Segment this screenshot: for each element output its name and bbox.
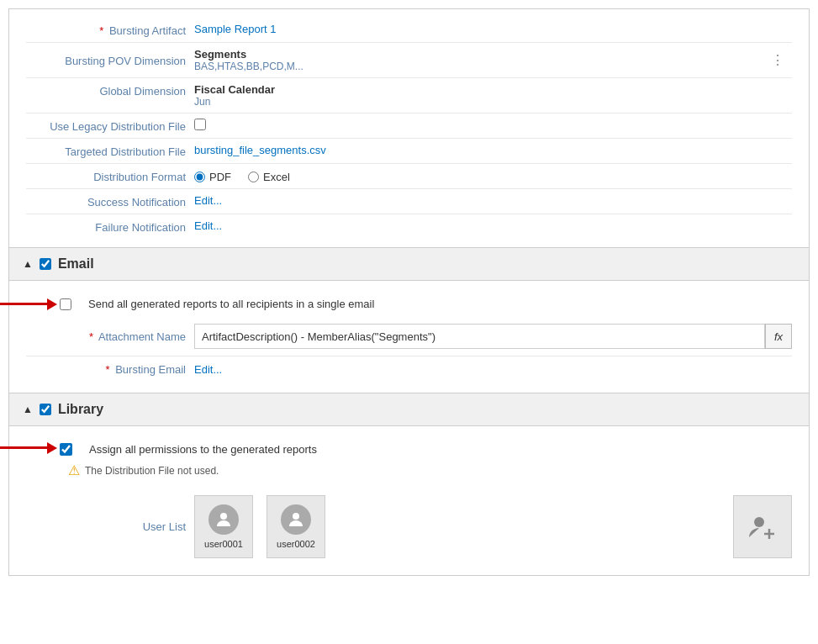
global-dimension-label: Global Dimension xyxy=(26,83,194,98)
attachment-name-label: Attachment Name xyxy=(98,330,186,343)
attachment-name-label-container: * Attachment Name xyxy=(26,330,194,343)
bursting-email-link[interactable]: Edit... xyxy=(194,363,222,376)
user-list-row: User List user0001 xyxy=(26,488,792,565)
bursting-email-label: Bursting Email xyxy=(115,363,186,376)
assign-permissions-label: Assign all permissions to the generated … xyxy=(89,443,317,456)
menu-dots-button[interactable]: ⋮ xyxy=(764,52,792,68)
svg-point-2 xyxy=(754,517,764,527)
assign-permissions-row: Assign all permissions to the generated … xyxy=(26,436,792,459)
excel-radio[interactable] xyxy=(248,172,259,182)
targeted-dist-label: Targeted Distribution File xyxy=(26,144,194,158)
library-section-header: ▲ Library xyxy=(9,393,809,426)
global-dimension-value: Fiscal Calendar Jun xyxy=(194,83,792,108)
dist-format-label: Distribution Format xyxy=(26,169,194,183)
arrow-line-lib xyxy=(0,446,47,449)
user-list-label: User List xyxy=(143,520,186,533)
targeted-dist-link[interactable]: bursting_file_segments.csv xyxy=(194,144,326,156)
excel-radio-item: Excel xyxy=(248,171,290,183)
add-user-button[interactable] xyxy=(733,495,792,558)
use-legacy-row: Use Legacy Distribution File xyxy=(26,113,792,139)
email-section-content: Send all generated reports to all recipi… xyxy=(9,281,809,393)
excel-label: Excel xyxy=(263,171,290,183)
use-legacy-checkbox[interactable] xyxy=(194,119,206,130)
arrow-line xyxy=(0,303,47,305)
pdf-radio-item: PDF xyxy=(194,171,231,183)
library-collapse-arrow[interactable]: ▲ xyxy=(23,404,33,415)
email-collapse-arrow[interactable]: ▲ xyxy=(23,258,33,270)
svg-point-0 xyxy=(220,513,227,520)
use-legacy-label: Use Legacy Distribution File xyxy=(26,119,194,133)
bursting-artifact-link[interactable]: Sample Report 1 xyxy=(194,23,277,35)
user-icon-1 xyxy=(281,504,311,535)
send-all-checkbox[interactable] xyxy=(60,298,71,310)
bursting-artifact-label: * Bursting Artifact xyxy=(26,23,194,37)
bursting-pov-label: Bursting POV Dimension xyxy=(26,53,194,67)
attachment-name-row: * Attachment Name fx xyxy=(26,317,792,356)
pdf-label: PDF xyxy=(209,171,231,183)
warning-icon: ⚠ xyxy=(68,462,80,478)
assign-permissions-container: Assign all permissions to the generated … xyxy=(26,436,792,459)
success-notification-row: Success Notification Edit... xyxy=(26,189,792,214)
failure-notification-row: Failure Notification Edit... xyxy=(26,214,792,239)
fx-button[interactable]: fx xyxy=(765,324,792,349)
arrow-head xyxy=(47,298,57,310)
library-section-content: Assign all permissions to the generated … xyxy=(9,426,809,575)
bursting-artifact-value: Sample Report 1 xyxy=(194,23,792,35)
library-section-title: Library xyxy=(58,402,103,417)
bursting-pov-row: Bursting POV Dimension Segments BAS,HTAS… xyxy=(26,43,792,78)
library-section-checkbox[interactable] xyxy=(40,404,51,415)
user-avatar-0[interactable]: user0001 xyxy=(194,495,253,558)
user-list-label-container: User List xyxy=(26,520,194,533)
attachment-required-star: * xyxy=(89,330,93,343)
send-all-container: Send all generated reports to all recipi… xyxy=(26,291,792,317)
failure-notification-link[interactable]: Edit... xyxy=(194,219,222,232)
bursting-email-label-container: * Bursting Email xyxy=(26,363,194,376)
red-arrow-library xyxy=(0,442,57,454)
failure-notification-value: Edit... xyxy=(194,219,792,232)
email-section-title: Email xyxy=(58,256,94,272)
svg-point-1 xyxy=(293,513,299,520)
user-list-container: user0001 user0002 xyxy=(194,495,733,558)
bursting-pov-value: Segments BAS,HTAS,BB,PCD,M... xyxy=(194,48,764,72)
dist-format-options: PDF Excel xyxy=(194,169,792,183)
bursting-email-row: * Bursting Email Edit... xyxy=(26,356,792,383)
send-all-row: Send all generated reports to all recipi… xyxy=(26,291,792,317)
dist-format-row: Distribution Format PDF Excel xyxy=(26,164,792,189)
success-notification-link[interactable]: Edit... xyxy=(194,194,222,207)
email-section-checkbox[interactable] xyxy=(40,258,51,270)
success-notification-value: Edit... xyxy=(194,194,792,207)
bursting-artifact-row: * Bursting Artifact Sample Report 1 xyxy=(26,18,792,43)
attachment-name-input[interactable] xyxy=(194,324,765,349)
user-label-0: user0001 xyxy=(204,539,243,549)
user-avatar-1[interactable]: user0002 xyxy=(267,495,325,558)
assign-permissions-checkbox[interactable] xyxy=(60,443,72,456)
send-all-label: Send all generated reports to all recipi… xyxy=(88,298,374,310)
failure-notification-label: Failure Notification xyxy=(26,219,194,234)
targeted-dist-row: Targeted Distribution File bursting_file… xyxy=(26,139,792,164)
use-legacy-checkbox-container xyxy=(194,119,792,133)
bursting-required-star: * xyxy=(106,363,110,376)
user-icon-0 xyxy=(208,504,239,535)
pdf-radio[interactable] xyxy=(194,172,205,182)
email-section-header: ▲ Email xyxy=(9,247,809,281)
red-arrow-email xyxy=(0,298,57,310)
global-dimension-row: Global Dimension Fiscal Calendar Jun xyxy=(26,78,792,113)
arrow-head-lib xyxy=(47,442,57,454)
targeted-dist-value: bursting_file_segments.csv xyxy=(194,144,792,156)
required-star: * xyxy=(99,24,103,37)
user-label-1: user0002 xyxy=(277,539,315,549)
success-notification-label: Success Notification xyxy=(26,194,194,209)
warning-row: ⚠ The Distribution File not used. xyxy=(26,459,792,482)
warning-text: The Distribution File not used. xyxy=(85,465,219,477)
